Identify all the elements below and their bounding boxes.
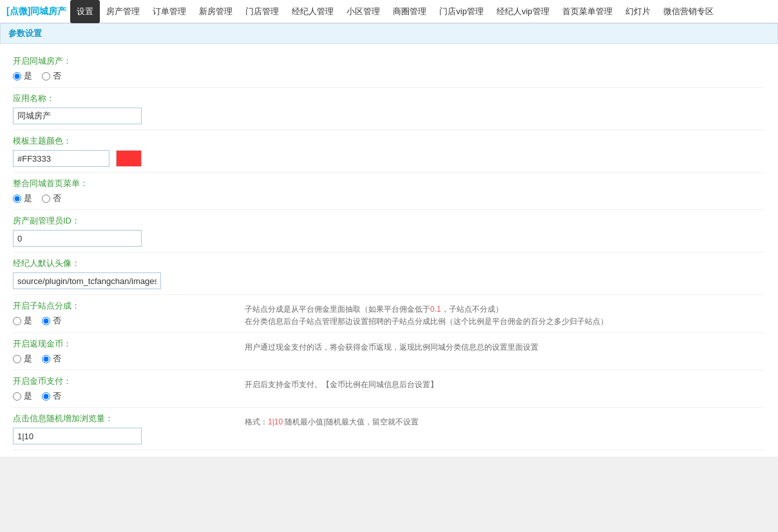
cashback-label: 开启返现金币： — [13, 338, 232, 350]
subsite-hint-highlight: 0.1 — [430, 305, 441, 314]
enable-label: 开启同城房产： — [13, 55, 765, 67]
integrate-no-radio[interactable] — [42, 195, 50, 203]
nav-item-store-vip[interactable]: 门店vip管理 — [433, 0, 490, 23]
form-row-random-views: 点击信息随机增加浏览量： 格式：1|10 随机最小值|随机最大值，留空就不设置 — [13, 408, 765, 450]
integrate-no-option[interactable]: 否 — [42, 193, 61, 204]
section-title: 参数设置 — [8, 28, 42, 38]
form-row-app-name: 应用名称： — [13, 88, 765, 130]
coin-pay-hints: 开启后支持金币支付。【金币比例在同城信息后台设置】 — [232, 375, 765, 390]
form-row-theme-color: 模板主题颜色： — [13, 130, 765, 173]
coin-pay-inline: 开启金币支付： 是 否 开启后支持金币支付。【金币比例在同城信息后台设置】 — [13, 375, 765, 402]
integrate-yes-option[interactable]: 是 — [13, 193, 32, 204]
cashback-no-radio[interactable] — [42, 355, 50, 363]
subsite-hints: 子站点分成是从平台佣金里面抽取（如果平台佣金低于0.1，子站点不分成） 在分类信… — [232, 300, 765, 327]
random-views-input[interactable] — [13, 428, 142, 444]
subsite-hint2: 在分类信息后台子站点管理那边设置招聘的子站点分成比例（这个比例是平台佣金的百分之… — [245, 316, 765, 327]
form-row-enable: 开启同城房产： 是 否 — [13, 50, 765, 88]
integrate-no-label: 否 — [53, 193, 61, 204]
integrate-yes-label: 是 — [24, 193, 32, 204]
app-name-label: 应用名称： — [13, 93, 765, 104]
coin-pay-yes-option[interactable]: 是 — [13, 390, 32, 402]
enable-no-radio[interactable] — [42, 72, 50, 81]
form-row-coin-pay: 开启金币支付： 是 否 开启后支持金币支付。【金币比例在同城信息后台设置】 — [13, 370, 765, 408]
form-row-subsite-commission: 开启子站点分成： 是 否 子站点分成是从平台佣金里面抽取（如果平台佣金低于0.1 — [13, 295, 765, 333]
nav-item-business-district[interactable]: 商圈管理 — [386, 0, 433, 23]
subsite-yes-radio[interactable] — [13, 317, 21, 325]
coin-pay-left: 开启金币支付： 是 否 — [13, 375, 232, 402]
nav-item-community[interactable]: 小区管理 — [340, 0, 386, 23]
enable-no-option[interactable]: 否 — [42, 70, 61, 82]
nav-item-agent-vip[interactable]: 经纪人vip管理 — [490, 0, 556, 23]
coin-pay-radio-group: 是 否 — [13, 390, 232, 402]
nav-item-wechat-marketing[interactable]: 微信营销专区 — [657, 0, 720, 23]
theme-color-input[interactable] — [13, 150, 109, 167]
subsite-yes-option[interactable]: 是 — [13, 315, 32, 327]
nav-item-homepage-menu[interactable]: 首页菜单管理 — [556, 0, 619, 23]
subsite-no-label: 否 — [53, 315, 61, 327]
coin-pay-no-radio[interactable] — [42, 392, 50, 401]
enable-yes-label: 是 — [24, 70, 32, 82]
cashback-yes-radio[interactable] — [13, 355, 21, 363]
random-views-label: 点击信息随机增加浏览量： — [13, 413, 232, 424]
nav-item-new-property[interactable]: 新房管理 — [193, 0, 239, 23]
brand-logo: [点微]同城房产 — [6, 6, 66, 17]
coin-pay-hint: 开启后支持金币支付。【金币比例在同城信息后台设置】 — [245, 379, 765, 390]
enable-yes-option[interactable]: 是 — [13, 70, 32, 82]
nav-item-agent[interactable]: 经纪人管理 — [285, 0, 340, 23]
random-views-left: 点击信息随机增加浏览量： — [13, 413, 232, 444]
subsite-commission-label: 开启子站点分成： — [13, 300, 232, 312]
cashback-no-label: 否 — [53, 353, 61, 365]
cashback-hint: 用户通过现金支付的话，将会获得金币返现，返现比例同城分类信息总的设置里面设置 — [245, 342, 765, 353]
random-views-hints: 格式：1|10 随机最小值|随机最大值，留空就不设置 — [232, 413, 765, 428]
enable-radio-group: 是 否 — [13, 70, 765, 82]
random-views-hint-highlight: 1|10 — [268, 417, 283, 426]
random-views-hint: 格式：1|10 随机最小值|随机最大值，留空就不设置 — [245, 417, 765, 428]
default-avatar-input[interactable] — [13, 272, 161, 289]
subsite-no-radio[interactable] — [42, 317, 50, 325]
default-avatar-label: 经纪人默认头像： — [13, 258, 765, 269]
subsite-inline: 开启子站点分成： 是 否 子站点分成是从平台佣金里面抽取（如果平台佣金低于0.1 — [13, 300, 765, 327]
top-navigation: [点微]同城房产 设置 房产管理 订单管理 新房管理 门店管理 经纪人管理 小区… — [0, 0, 778, 23]
enable-yes-radio[interactable] — [13, 72, 21, 81]
nav-item-slideshow[interactable]: 幻灯片 — [619, 0, 657, 23]
coin-pay-no-option[interactable]: 否 — [42, 390, 61, 402]
theme-color-label: 模板主题颜色： — [13, 135, 765, 147]
color-preview-swatch[interactable] — [116, 150, 142, 167]
nav-item-settings[interactable]: 设置 — [70, 0, 100, 23]
integrate-menu-radio-group: 是 否 — [13, 193, 765, 204]
cashback-left: 开启返现金币： 是 否 — [13, 338, 232, 365]
coin-pay-label: 开启金币支付： — [13, 375, 232, 387]
admin-id-input[interactable] — [13, 230, 142, 247]
subsite-left: 开启子站点分成： 是 否 — [13, 300, 232, 327]
cashback-no-option[interactable]: 否 — [42, 353, 61, 365]
subsite-radio-group: 是 否 — [13, 315, 232, 327]
enable-no-label: 否 — [53, 70, 61, 82]
main-content: 参数设置 开启同城房产： 是 否 应用名称： 模板主题颜色： — [0, 23, 778, 457]
form-row-admin-id: 房产副管理员ID： — [13, 210, 765, 252]
coin-pay-yes-radio[interactable] — [13, 392, 21, 401]
subsite-no-option[interactable]: 否 — [42, 315, 61, 327]
nav-item-orders[interactable]: 订单管理 — [146, 0, 193, 23]
nav-item-store[interactable]: 门店管理 — [239, 0, 285, 23]
cashback-hints: 用户通过现金支付的话，将会获得金币返现，返现比例同城分类信息总的设置里面设置 — [232, 338, 765, 353]
nav-item-property[interactable]: 房产管理 — [100, 0, 146, 23]
coin-pay-yes-label: 是 — [24, 390, 32, 402]
section-header-params: 参数设置 — [0, 23, 778, 44]
admin-id-label: 房产副管理员ID： — [13, 215, 765, 227]
random-views-inline: 点击信息随机增加浏览量： 格式：1|10 随机最小值|随机最大值，留空就不设置 — [13, 413, 765, 444]
subsite-hint1: 子站点分成是从平台佣金里面抽取（如果平台佣金低于0.1，子站点不分成） — [245, 304, 765, 315]
form-row-cashback: 开启返现金币： 是 否 用户通过现金支付的话，将会获得金币返现，返现比例同城分类 — [13, 333, 765, 370]
cashback-yes-label: 是 — [24, 353, 32, 365]
form-area: 开启同城房产： 是 否 应用名称： 模板主题颜色： — [0, 44, 778, 457]
cashback-yes-option[interactable]: 是 — [13, 353, 32, 365]
integrate-yes-radio[interactable] — [13, 195, 21, 203]
coin-pay-no-label: 否 — [53, 390, 61, 402]
form-row-integrate-menu: 整合同城首页菜单： 是 否 — [13, 173, 765, 210]
subsite-yes-label: 是 — [24, 315, 32, 327]
integrate-menu-label: 整合同城首页菜单： — [13, 178, 765, 189]
form-row-default-avatar: 经纪人默认头像： — [13, 252, 765, 295]
cashback-inline: 开启返现金币： 是 否 用户通过现金支付的话，将会获得金币返现，返现比例同城分类 — [13, 338, 765, 365]
app-name-input[interactable] — [13, 108, 142, 124]
cashback-radio-group: 是 否 — [13, 353, 232, 365]
